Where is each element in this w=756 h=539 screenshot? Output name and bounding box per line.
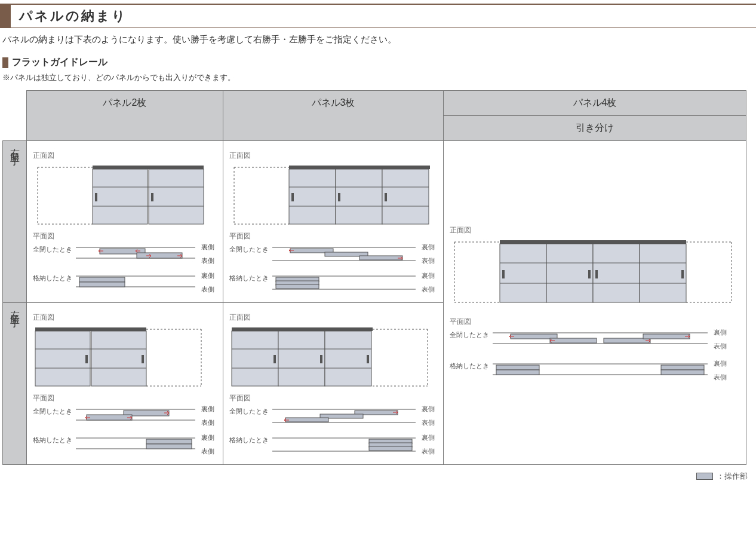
svg-rect-82 (87, 415, 132, 420)
svg-rect-67 (661, 365, 704, 370)
row-right: 右勝手 (3, 141, 27, 303)
svg-rect-5 (149, 169, 204, 224)
svg-rect-98 (367, 355, 369, 363)
subheading: フラットガイドレール (12, 56, 107, 69)
svg-rect-74 (91, 331, 146, 386)
diagram-front-l2 (33, 324, 206, 390)
cell-left-p2: 正面図 平面図 全閉したとき (27, 303, 223, 465)
diagram-front-l3 (229, 324, 432, 390)
svg-rect-103 (285, 418, 328, 422)
lbl-front: 正面図 (33, 151, 217, 161)
svg-rect-16 (79, 277, 125, 282)
lbl-stored: 格納したとき (33, 271, 72, 283)
diagram-plan-stored-p4 (493, 359, 708, 379)
svg-rect-22 (289, 169, 336, 224)
svg-rect-29 (385, 193, 387, 201)
svg-rect-55 (595, 270, 598, 278)
svg-rect-66 (496, 370, 539, 375)
svg-rect-9 (151, 193, 153, 201)
diagram-plan-closed-l3 (272, 405, 416, 427)
svg-rect-48 (546, 244, 593, 302)
svg-rect-69 (35, 327, 146, 331)
col-p2: パネル2枚 (27, 91, 223, 141)
svg-rect-108 (369, 446, 412, 451)
cell-p4: 正面図 平面図 全閉した (444, 141, 746, 465)
svg-rect-47 (500, 244, 546, 302)
diagram-plan-stored-l2 (76, 433, 195, 454)
svg-rect-28 (338, 193, 340, 201)
diagram-front-r3 (229, 162, 432, 228)
svg-rect-97 (320, 355, 322, 363)
svg-rect-78 (142, 355, 144, 363)
svg-rect-68 (661, 370, 704, 375)
svg-rect-0 (93, 166, 204, 169)
svg-rect-24 (382, 169, 429, 224)
note-text: ※パネルは独立しており、どのパネルからでも出入りができます。 (2, 72, 754, 83)
svg-rect-86 (146, 444, 192, 449)
diagram-plan-closed-r3 (272, 243, 416, 265)
col-p3: パネル3枚 (223, 91, 443, 141)
svg-rect-39 (276, 284, 319, 289)
subheading-accent (2, 57, 8, 68)
svg-rect-60 (550, 338, 597, 343)
cell-right-p2: 正面図 平面図 全閉したとき (27, 141, 223, 303)
svg-rect-91 (232, 331, 278, 386)
cell-left-p3: 正面図 平面図 全閉したとき (223, 303, 443, 465)
diagram-front-p4 (450, 237, 736, 308)
svg-rect-85 (146, 439, 192, 444)
subheading-row: フラットガイドレール (2, 56, 754, 69)
svg-rect-27 (291, 193, 294, 201)
col-p4: パネル4枚 (444, 91, 746, 116)
lbl-closed: 全閉したとき (33, 243, 72, 254)
svg-rect-92 (278, 331, 325, 386)
diagram-front-r2 (33, 162, 206, 228)
diagram-plan-stored-l3 (272, 433, 416, 456)
svg-rect-8 (95, 193, 97, 201)
svg-rect-18 (289, 166, 430, 169)
svg-rect-53 (502, 270, 505, 278)
diagram-plan-closed-r2 (76, 243, 195, 263)
svg-rect-93 (325, 331, 371, 386)
svg-rect-54 (588, 270, 591, 278)
svg-rect-96 (273, 355, 276, 363)
legend-text: ：操作部 (717, 471, 748, 482)
title-accent (0, 5, 11, 27)
svg-rect-56 (681, 270, 684, 278)
svg-rect-62 (643, 334, 690, 339)
panel-table: パネル2枚 パネル3枚 パネル4枚 引き分け 右勝手 正面図 平面図 (2, 90, 746, 465)
svg-rect-13 (137, 253, 182, 258)
cell-right-p3: 正面図 平面図 全閉したとき (223, 141, 443, 303)
section-title: パネルの納まり (19, 7, 127, 25)
svg-rect-50 (640, 244, 686, 302)
diagram-plan-closed-l2 (76, 405, 195, 425)
col-p4-sub: 引き分け (444, 116, 746, 141)
row-left: 左勝手 (3, 303, 27, 465)
svg-rect-77 (85, 355, 88, 363)
lbl-plan: 平面図 (33, 231, 217, 241)
section-title-bar: パネルの納まり (0, 4, 756, 28)
legend: ：操作部 (0, 471, 748, 482)
svg-rect-49 (593, 244, 640, 302)
svg-rect-34 (359, 256, 402, 260)
svg-rect-40 (500, 240, 686, 244)
legend-swatch (696, 473, 713, 480)
svg-rect-73 (35, 331, 90, 386)
svg-rect-4 (93, 169, 147, 224)
svg-rect-65 (496, 365, 539, 370)
diagram-plan-stored-r3 (272, 271, 416, 294)
diagram-plan-stored-r2 (76, 271, 195, 292)
svg-rect-87 (232, 327, 373, 331)
diagram-plan-closed-p4 (493, 328, 708, 348)
svg-rect-23 (336, 169, 382, 224)
intro-text: パネルの納まりは下表のようになります。使い勝手を考慮して右勝手・左勝手をご指定く… (2, 34, 754, 45)
svg-rect-17 (79, 282, 125, 287)
